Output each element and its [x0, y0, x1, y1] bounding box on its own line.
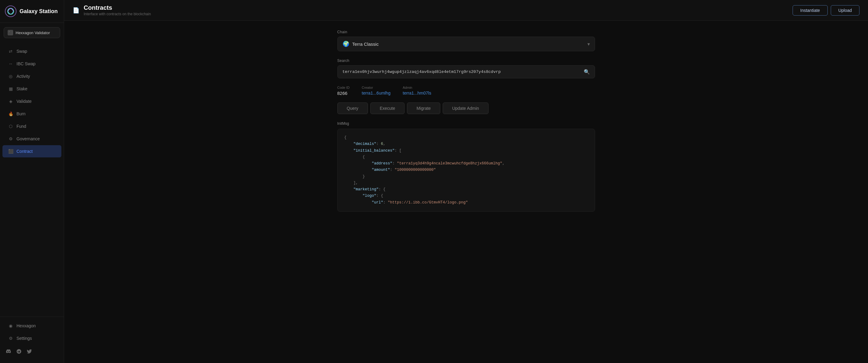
chain-name: Terra Classic: [352, 41, 379, 47]
chevron-down-icon: ▾: [587, 41, 590, 47]
sidebar-label-contract: Contract: [17, 149, 33, 154]
creator-section: Creator terra1...6umlhg: [362, 86, 391, 96]
search-input[interactable]: [343, 70, 584, 74]
contracts-header-icon: 📄: [73, 7, 80, 14]
sidebar-item-ibc-swap[interactable]: ↔ IBC Swap: [2, 58, 61, 70]
sidebar-label-settings: Settings: [17, 336, 32, 341]
code-id-value: 8266: [337, 91, 349, 96]
fund-icon: ⬡: [8, 124, 13, 129]
sidebar-label-ibc-swap: IBC Swap: [17, 61, 35, 66]
init-msg-label: InitMsg: [337, 122, 595, 126]
wallet-button[interactable]: ⬛ Hexxagon Validator: [4, 27, 60, 38]
sidebar-item-settings[interactable]: ⚙ Settings: [2, 332, 61, 344]
sidebar-label-activity: Activity: [17, 74, 30, 79]
social-links: [0, 345, 64, 358]
svg-point-0: [5, 6, 16, 17]
action-tabs: Query Execute Migrate Update Admin: [337, 102, 595, 114]
app-logo-icon: [5, 5, 17, 17]
wallet-label: Hexxagon Validator: [16, 31, 50, 35]
code-id-section: Code ID 8266: [337, 86, 349, 96]
admin-label: Admin: [403, 86, 431, 89]
search-section: Search 🔍: [337, 59, 595, 78]
search-box: 🔍: [337, 65, 595, 78]
governance-icon: ⚙: [8, 136, 13, 141]
sidebar-item-validate[interactable]: ◈ Validate: [2, 95, 61, 107]
page-subtitle: Interface with contracts on the blockcha…: [84, 12, 151, 16]
swap-icon: ⇄: [8, 48, 13, 54]
burn-icon: 🔥: [8, 111, 13, 117]
svg-point-1: [8, 8, 14, 14]
chain-selector[interactable]: 🌍 Terra Classic ▾: [337, 37, 595, 51]
execute-tab[interactable]: Execute: [370, 102, 405, 114]
chain-selected-value: 🌍 Terra Classic: [343, 40, 379, 47]
init-msg-section: InitMsg { "decimals": 6, "initial_balanc…: [337, 122, 595, 212]
twitter-icon[interactable]: [26, 349, 32, 355]
validate-icon: ◈: [8, 99, 13, 104]
sidebar-item-governance[interactable]: ⚙ Governance: [2, 133, 61, 145]
query-tab[interactable]: Query: [337, 102, 368, 114]
sidebar: Galaxy Station ⬛ Hexxagon Validator ⇄ Sw…: [0, 0, 64, 363]
header-actions: Instantiate Upload: [793, 5, 860, 15]
sidebar-item-swap[interactable]: ⇄ Swap: [2, 45, 61, 57]
sidebar-bottom: ◉ Hexxagon ⚙ Settings: [0, 317, 64, 363]
activity-icon: ◎: [8, 73, 13, 79]
sidebar-label-burn: Burn: [17, 111, 26, 116]
migrate-tab[interactable]: Migrate: [407, 102, 440, 114]
stake-icon: ▦: [8, 86, 13, 92]
hexxagon-icon: ◉: [8, 323, 13, 329]
telegram-icon[interactable]: [16, 349, 22, 355]
settings-icon: ⚙: [8, 335, 13, 341]
init-msg-code: { "decimals": 6, "initial_balances": [ {…: [337, 129, 595, 212]
logo-area: Galaxy Station: [0, 0, 64, 23]
main-nav: ⇄ Swap ↔ IBC Swap ◎ Activity ▦ Stake ◈ V…: [0, 42, 64, 317]
search-label: Search: [337, 59, 595, 63]
header-left: 📄 Contracts Interface with contracts on …: [73, 4, 151, 16]
sidebar-item-burn[interactable]: 🔥 Burn: [2, 108, 61, 120]
sidebar-item-hexxagon[interactable]: ◉ Hexxagon: [2, 320, 61, 332]
sidebar-label-swap: Swap: [17, 49, 27, 54]
chain-label: Chain: [337, 30, 595, 34]
search-icon: 🔍: [584, 69, 590, 75]
sidebar-label-validate: Validate: [17, 99, 32, 104]
sidebar-label-hexxagon: Hexxagon: [17, 323, 36, 328]
creator-label: Creator: [362, 86, 391, 89]
app-name: Galaxy Station: [20, 8, 58, 14]
contract-meta: Code ID 8266 Creator terra1...6umlhg Adm…: [337, 86, 595, 96]
update-admin-tab[interactable]: Update Admin: [443, 102, 489, 114]
discord-icon[interactable]: [5, 349, 11, 355]
sidebar-item-contract[interactable]: ⬛ Contract: [2, 145, 61, 157]
sidebar-label-governance: Governance: [17, 136, 40, 141]
page-content: Chain 🌍 Terra Classic ▾ Search 🔍 Code ID…: [329, 21, 603, 221]
sidebar-label-stake: Stake: [17, 86, 28, 91]
sidebar-item-fund[interactable]: ⬡ Fund: [2, 120, 61, 132]
page-header: 📄 Contracts Interface with contracts on …: [64, 0, 868, 21]
main-content: 📄 Contracts Interface with contracts on …: [64, 0, 868, 363]
sidebar-item-stake[interactable]: ▦ Stake: [2, 82, 61, 95]
sidebar-item-activity[interactable]: ◎ Activity: [2, 70, 61, 82]
wallet-icon: ⬛: [8, 30, 13, 35]
creator-value[interactable]: terra1...6umlhg: [362, 91, 391, 96]
code-id-label: Code ID: [337, 86, 349, 89]
page-title: Contracts: [84, 4, 151, 11]
ibc-swap-icon: ↔: [8, 61, 13, 66]
upload-button[interactable]: Upload: [831, 5, 860, 15]
admin-section: Admin terra1...hm07ls: [403, 86, 431, 96]
chain-emoji: 🌍: [343, 40, 349, 47]
instantiate-button[interactable]: Instantiate: [793, 5, 828, 15]
admin-value[interactable]: terra1...hm07ls: [403, 91, 431, 96]
contract-icon: ⬛: [8, 148, 13, 154]
sidebar-label-fund: Fund: [17, 124, 26, 129]
header-title-group: Contracts Interface with contracts on th…: [84, 4, 151, 16]
